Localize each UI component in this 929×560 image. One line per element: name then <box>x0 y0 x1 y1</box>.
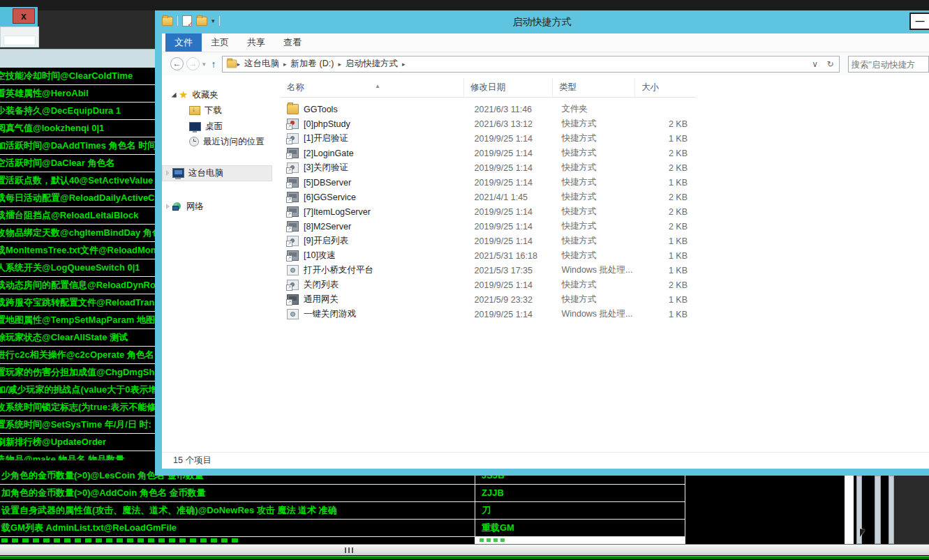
gm-command-row[interactable]: 加活跃时间@DaAddTimes 角色名 时间 <box>0 137 155 155</box>
expander-collapsed-icon[interactable] <box>166 170 170 176</box>
file-row[interactable]: [8]M2Server2019/9/25 1:14快捷方式2 KB <box>281 219 696 234</box>
new-folder-icon[interactable] <box>196 17 207 26</box>
file-row[interactable]: [1]开启验证2019/9/25 1:14快捷方式1 KB <box>281 131 696 146</box>
dark-app-shortcut-icon <box>287 294 299 305</box>
column-header-date[interactable]: 修改日期 <box>464 78 553 97</box>
minimize-button[interactable]: — <box>909 13 929 30</box>
scrollbar-fragment[interactable] <box>889 476 894 544</box>
forward-button[interactable]: → <box>186 57 200 70</box>
folder-icon[interactable] <box>162 17 173 26</box>
breadcrumb-current-folder[interactable]: 启动快捷方式 <box>341 58 402 70</box>
gm-command-row[interactable]: 置地图属性@TempSetMapParam 地图代 <box>0 312 155 329</box>
file-date: 2021/5/9 23:32 <box>468 295 556 305</box>
breadcrumb-this-pc[interactable]: 这台电脑 <box>240 58 283 70</box>
file-size: 2 KB <box>636 222 696 232</box>
gm-command-text: 人系统开关@LogQueueSwitch 0|1 <box>0 259 155 276</box>
address-bar[interactable]: ▸ 这台电脑 ▸ 新加卷 (D:) ▸ 启动快捷方式 ▸ ∨ ↻ <box>222 56 840 73</box>
scrollbar-grip[interactable] <box>345 547 353 553</box>
breadcrumb-arrow-icon: ▸ <box>402 61 406 68</box>
gm-command-row[interactable]: 空活跃时间@DaClear 角色名 <box>0 155 155 172</box>
file-row[interactable]: [9]开启列表2019/9/25 1:14快捷方式1 KB <box>281 234 696 248</box>
gm-command-row[interactable]: 空技能冷却时间@ClearColdTime <box>0 68 155 85</box>
file-row[interactable]: 关闭列表2019/9/25 1:14快捷方式2 KB <box>281 278 696 292</box>
up-button[interactable]: ↑ <box>211 59 216 70</box>
gm-command-row[interactable]: 载跨服夺宝跳转配置文件@ReloadTransl <box>0 294 155 312</box>
expander-collapsed-icon[interactable] <box>166 204 170 209</box>
file-type: 快捷方式 <box>555 191 636 203</box>
file-row[interactable]: [5]DBServer2019/9/25 1:14快捷方式1 KB <box>281 175 696 190</box>
table-column-divider <box>475 467 475 544</box>
gm-command-row[interactable]: 改物品绑定天数@chgItemBindDay 角色名 <box>0 225 155 242</box>
gm-command-row[interactable]: 载MonItemsTree.txt文件@ReloadMonIte <box>0 242 155 259</box>
gm-command-text: 加/减少玩家的挑战点(value大于0表示增 <box>0 381 155 398</box>
sidebar-item-favorites[interactable]: ★ 收藏夹 <box>170 87 218 103</box>
ribbon-tabs: 文件 主页 共享 查看 <box>162 33 929 52</box>
gm-command-text: 看英雄属性@HeroAbil <box>0 85 155 102</box>
gm-command-row[interactable]: 置活跃点数，默认40@SetActiveValue 角 <box>0 172 155 190</box>
scrollbar-fragment[interactable] <box>875 476 881 544</box>
back-button[interactable]: ← <box>170 57 184 70</box>
gm-command-row[interactable]: 少装备持久@DecEquipDura 1 <box>0 103 155 120</box>
file-row[interactable]: [3]关闭验证2019/9/25 1:14快捷方式2 KB <box>281 160 696 175</box>
tab-file[interactable]: 文件 <box>165 33 202 52</box>
file-row[interactable]: [6]GGService2021/4/1 1:45快捷方式2 KB <box>281 190 696 204</box>
gm-command-row[interactable]: 进行c2c相关操作@c2cOperate 角色名 <box>0 347 155 364</box>
refresh-icon[interactable]: ↻ <box>824 59 838 69</box>
file-row[interactable]: [7]ItemLogServer2019/9/25 1:14快捷方式2 KB <box>281 204 696 219</box>
gm-command-row[interactable]: 载动态房间的配置信息@ReloadDynRoo <box>0 277 155 294</box>
column-header-size[interactable]: 大小 <box>635 78 696 97</box>
gm-command-row[interactable]: 刷新排行榜@UpdateOrder <box>0 434 155 451</box>
close-button[interactable]: x <box>13 8 35 24</box>
downloads-icon <box>189 106 200 115</box>
expander-expanded-icon[interactable] <box>172 93 177 98</box>
sidebar-item-desktop[interactable]: 桌面 <box>189 119 223 134</box>
gm-command-row[interactable]: 阅真气值@lookzhenqi 0|1 <box>0 120 155 137</box>
tab-home[interactable]: 主页 <box>202 33 238 52</box>
column-header-name[interactable]: 名称▲ <box>281 78 464 97</box>
history-chevron-icon[interactable]: ▾ <box>202 61 206 68</box>
clock-icon <box>189 137 199 146</box>
search-input[interactable] <box>849 56 929 73</box>
gm-command-row[interactable]: 载每日活动配置@ReloadDailyActiveCfg <box>0 190 155 207</box>
gm-command-row[interactable]: 看英雄属性@HeroAbil <box>0 85 155 103</box>
file-row[interactable]: GGTools2021/6/3 11:46文件夹 <box>281 102 696 116</box>
console-bottom-border <box>0 555 929 560</box>
properties-icon[interactable] <box>182 15 192 27</box>
sidebar-item-this-pc[interactable]: 这台电脑 <box>166 165 223 181</box>
file-type: 快捷方式 <box>555 118 636 130</box>
gm-command-row[interactable]: 加/减少玩家的挑战点(value大于0表示增 <box>0 381 155 399</box>
gm-command-row[interactable]: 置玩家的伤害分担加成值@ChgDmgShar <box>0 364 155 381</box>
gm-command-row[interactable]: 载擂台阻挡点@ReloadLeitaiBlock <box>0 207 155 225</box>
gm-command-row[interactable]: 除玩家状态@ClearAllState 测试 <box>0 329 155 347</box>
chevron-down-icon[interactable]: ▾ <box>211 17 215 24</box>
file-size: 1 KB <box>636 178 696 188</box>
breadcrumb-drive-d[interactable]: 新加卷 (D:) <box>287 58 339 70</box>
tab-view[interactable]: 查看 <box>274 33 311 52</box>
gm-command-alias: 重载GM <box>482 520 677 536</box>
search-box[interactable] <box>848 56 929 73</box>
file-row[interactable]: 打开小桥支付平台2021/5/3 17:35Windows 批处理...1 KB <box>281 263 696 278</box>
file-row[interactable]: [0]phpStudy2021/6/3 13:12快捷方式2 KB <box>281 116 696 131</box>
address-dropdown-icon[interactable]: ∨ <box>808 59 822 69</box>
sidebar-item-recent-places[interactable]: 最近访问的位置 <box>189 134 265 149</box>
batch-file-icon <box>287 309 299 319</box>
star-icon: ★ <box>179 90 188 100</box>
sidebar-item-network[interactable]: 网络 <box>166 199 204 214</box>
file-row[interactable]: 通用网关2021/5/9 23:32快捷方式1 KB <box>281 292 696 307</box>
gm-command-row[interactable]: 改系统时间锁定标志(为true:表示不能修 <box>0 399 155 416</box>
sidebar-item-downloads[interactable]: 下载 <box>189 103 222 118</box>
gm-command-row[interactable]: 置系统时间@SetSysTime 年/月/日 时: <box>0 416 155 434</box>
horizontal-scrollbar[interactable] <box>0 544 929 555</box>
tab-share[interactable]: 共享 <box>238 33 274 52</box>
gm-command-row[interactable]: 人系统开关@LogQueueSwitch 0|1 <box>0 259 155 277</box>
file-type: 快捷方式 <box>555 147 636 159</box>
batch-shortcut-icon <box>287 280 299 290</box>
file-row[interactable]: [2]LoginGate2019/9/25 1:14快捷方式2 KB <box>281 146 696 160</box>
file-type: 快捷方式 <box>555 235 636 247</box>
column-header-type[interactable]: 类型 <box>553 78 635 97</box>
desktop-top-strip <box>0 0 929 10</box>
file-row[interactable]: 一键关闭游戏2019/9/25 1:14Windows 批处理...1 KB <box>281 307 696 321</box>
file-row[interactable]: [10]攻速2021/5/31 16:18快捷方式1 KB <box>281 248 696 263</box>
file-size: 1 KB <box>636 295 696 305</box>
file-name: 打开小桥支付平台 <box>304 264 468 276</box>
